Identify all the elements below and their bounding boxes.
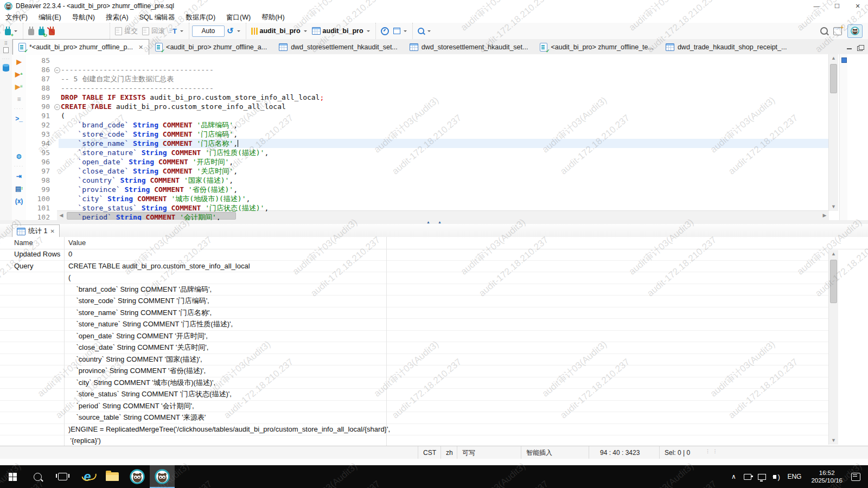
task-view-button[interactable]: [50, 465, 75, 488]
editor-tab[interactable]: dwd_trade_hkaudit_shop_receipt_...: [660, 40, 793, 54]
connect-button[interactable]: [26, 26, 36, 36]
cell-value[interactable]: `country` String COMMENT '国家(描述)',: [68, 354, 202, 365]
statistics-tab[interactable]: 统计 1 ✕: [12, 224, 60, 237]
scroll-down-icon[interactable]: ▼: [829, 436, 838, 445]
table-row[interactable]: `country` String COMMENT '国家(描述)',: [0, 354, 829, 366]
cell-value[interactable]: `source_table` String COMMENT '来源表': [68, 412, 206, 423]
cell-value[interactable]: CREATE TABLE audit_bi_pro.custom_store_i…: [68, 261, 250, 272]
code-line[interactable]: 94 `store_name` String COMMENT '门店名称',: [26, 139, 829, 148]
execute-sql-new-tab-icon[interactable]: ▶+: [14, 70, 24, 79]
cell-value[interactable]: (: [68, 272, 71, 284]
cell-value[interactable]: `store_status` String COMMENT '门店状态(描述)'…: [68, 389, 232, 400]
restore-editor-icon[interactable]: [857, 46, 863, 51]
tray-volume-button[interactable]: [769, 475, 783, 479]
execute-script-icon[interactable]: ▶≡: [14, 82, 24, 91]
settings-gear-icon[interactable]: ⚙: [14, 152, 24, 161]
collapse-down-icon[interactable]: ▲: [438, 220, 442, 224]
table-row[interactable]: )ENGINE = ReplicatedMergeTree('/clickhou…: [0, 424, 829, 436]
schema-selector[interactable]: audit_bi_pro: [310, 26, 373, 36]
cell-value[interactable]: '{replica}'): [68, 435, 101, 446]
menu-item[interactable]: 文件(F): [0, 13, 33, 22]
commit-type-button[interactable]: [391, 27, 410, 35]
status-insert-mode[interactable]: 智能插入: [521, 446, 589, 459]
reconnect-button[interactable]: ↻: [36, 26, 47, 36]
collapse-up-icon[interactable]: ▲: [426, 220, 430, 224]
new-connection-button[interactable]: +: [3, 26, 20, 36]
code-line[interactable]: 87-- 5 创建自定义门店主数据汇总表: [26, 74, 829, 84]
table-row[interactable]: `store_status` String COMMENT '门店状态(描述)'…: [0, 389, 829, 401]
results-vertical-scrollbar[interactable]: ▲ ▼: [828, 250, 838, 445]
file-explorer-button[interactable]: [100, 465, 125, 488]
column-divider[interactable]: [64, 237, 65, 446]
dbeaver-perspective-button[interactable]: [847, 24, 863, 38]
cell-value[interactable]: )ENGINE = ReplicatedMergeTree('/clickhou…: [68, 424, 390, 435]
code-line[interactable]: 98 `country` String COMMENT '国家(描述)',: [26, 176, 829, 185]
menu-item[interactable]: 导航(N): [67, 13, 100, 22]
cell-value[interactable]: `period` String COMMENT '会计期间',: [68, 401, 194, 412]
table-row[interactable]: QueryCREATE TABLE audit_bi_pro.custom_st…: [0, 261, 829, 273]
table-row[interactable]: '{replica}'): [0, 435, 829, 446]
table-row[interactable]: `store_name` String COMMENT '门店名称',: [0, 307, 829, 319]
transaction-log-button[interactable]: T: [167, 26, 186, 36]
code-line[interactable]: 97 `close_date` String COMMENT '关店时间',: [26, 166, 829, 176]
menu-item[interactable]: 帮助(H): [256, 13, 290, 22]
internet-explorer-button[interactable]: e: [75, 465, 100, 488]
results-scroll-thumb[interactable]: [830, 260, 837, 303]
editor-tab[interactable]: <audit_bi_pro> zhumr_offline_te...: [534, 40, 659, 54]
scroll-down-icon[interactable]: ▼: [829, 203, 838, 211]
table-row[interactable]: `close_date` String COMMENT '关店时间',: [0, 342, 829, 354]
table-row[interactable]: `store_code` String COMMENT '门店编码',: [0, 296, 829, 307]
minimize-window-button[interactable]: —: [806, 0, 827, 12]
code-line[interactable]: 92 `brand_code` String COMMENT '品牌编码',: [26, 120, 829, 130]
editor-tab[interactable]: <audit_bi_pro> zhumr_offline_a...: [149, 40, 273, 54]
tray-usb-button[interactable]: [741, 474, 755, 480]
code-line[interactable]: 96 `open_date` String COMMENT '开店时间',: [26, 157, 829, 166]
table-row[interactable]: `city` String COMMENT '城市(地级市)(描述)',: [0, 377, 829, 389]
table-row[interactable]: `province` String COMMENT '省份(描述)',: [0, 365, 829, 377]
table-row[interactable]: `store_nature` String COMMENT '门店性质(描述)'…: [0, 319, 829, 331]
cell-value[interactable]: `open_date` String COMMENT '开店时间',: [68, 331, 208, 342]
cell-value[interactable]: 0: [68, 249, 72, 260]
scroll-up-icon[interactable]: ▲: [829, 250, 838, 258]
scroll-up-icon[interactable]: ▲: [829, 54, 838, 62]
database-selector[interactable]: audit_bi_pro: [249, 26, 310, 36]
column-divider[interactable]: [386, 237, 387, 446]
menu-item[interactable]: 窗口(W): [221, 13, 256, 22]
close-tab-icon[interactable]: ✕: [50, 228, 54, 234]
sql-code-editor[interactable]: 8586−-----------------------------------…: [26, 54, 868, 220]
open-perspective-icon[interactable]: [833, 27, 842, 35]
table-row[interactable]: Updated Rows0: [0, 249, 829, 261]
dbeaver-taskbar-button-active[interactable]: [150, 465, 175, 488]
table-row[interactable]: `source_table` String COMMENT '来源表': [0, 412, 829, 424]
menu-item[interactable]: 数据库(D): [180, 13, 221, 22]
file-error-icon[interactable]: ▤!: [14, 184, 24, 193]
code-line[interactable]: 101 `store_status` String COMMENT '门店状态(…: [26, 203, 829, 213]
cell-value[interactable]: `store_nature` String COMMENT '门店性质(描述)'…: [68, 319, 233, 330]
maximize-window-button[interactable]: ☐: [827, 0, 847, 12]
close-window-button[interactable]: ✕: [847, 0, 868, 12]
code-line[interactable]: 91(: [26, 111, 829, 120]
terminal-icon[interactable]: >_: [14, 114, 24, 123]
start-button[interactable]: [0, 465, 25, 488]
taskbar-search-button[interactable]: [25, 465, 50, 488]
editor-vertical-scrollbar[interactable]: ▲ ▼: [828, 54, 838, 211]
dashboard-button[interactable]: [379, 26, 391, 36]
menu-item[interactable]: SQL 编辑器: [134, 13, 181, 22]
code-line[interactable]: 88------------------------------------: [26, 84, 829, 93]
code-line[interactable]: 99 `province` String COMMENT '省份(描述)',: [26, 185, 829, 194]
dbeaver-taskbar-button[interactable]: [125, 465, 150, 488]
cell-value[interactable]: `province` String COMMENT '省份(描述)',: [68, 365, 206, 377]
execute-sql-icon[interactable]: ▶: [14, 57, 24, 66]
rollback-button[interactable]: 回滚: [140, 25, 167, 37]
fold-collapse-icon[interactable]: −: [54, 104, 60, 110]
transaction-history-button[interactable]: ↺: [225, 26, 243, 36]
cell-value[interactable]: `brand_code` String COMMENT '品牌编码',: [68, 284, 212, 296]
minimize-editor-icon[interactable]: [847, 48, 852, 49]
code-line[interactable]: 95 `store_nature` String COMMENT '门店性质(描…: [26, 148, 829, 157]
status-caret-position[interactable]: 94 : 40 : 3423: [589, 446, 666, 459]
table-row[interactable]: `open_date` String COMMENT '开店时间',: [0, 331, 829, 343]
commit-mode-auto-button[interactable]: Auto: [192, 25, 225, 37]
editor-tab-corner[interactable]: ⠿: [0, 39, 12, 54]
database-navigator-icon[interactable]: [2, 63, 10, 72]
cell-value[interactable]: `store_name` String COMMENT '门店名称',: [68, 307, 212, 319]
